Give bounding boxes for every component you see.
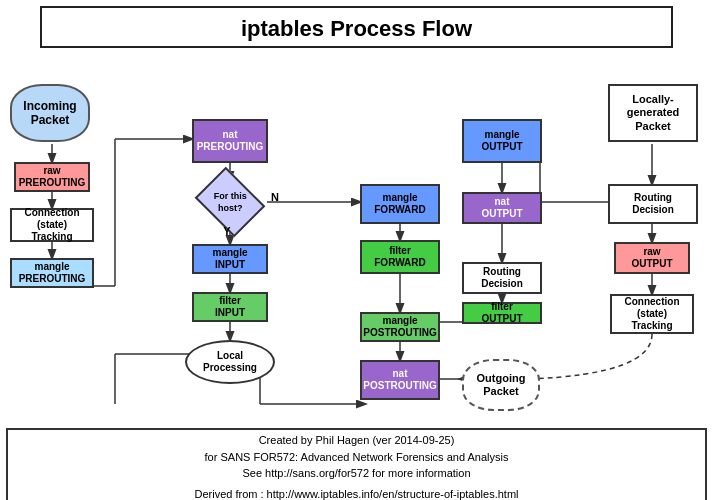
- footer-line3: See http://sans.org/for572 for more info…: [242, 465, 470, 482]
- page-title: iptables Process Flow: [40, 6, 673, 48]
- routing-decision-1-node: Routing Decision: [462, 262, 542, 294]
- filter-output-node: filter OUTPUT: [462, 302, 542, 324]
- n-label: N: [268, 190, 282, 206]
- mangle-output-node: mangle OUTPUT: [462, 119, 542, 163]
- mangle-prerouting-node: mangle PREROUTING: [10, 258, 94, 288]
- footer: Created by Phil Hagen (ver 2014-09-25) f…: [6, 428, 707, 500]
- y-label: Y: [220, 224, 234, 240]
- nat-prerouting-node: nat PREROUTING: [192, 119, 268, 163]
- nat-postrouting-node: nat POSTROUTING: [360, 360, 440, 400]
- raw-output-node: raw OUTPUT: [614, 242, 690, 274]
- local-processing-node: Local Processing: [185, 340, 275, 384]
- locally-generated-node: Locally- generated Packet: [608, 84, 698, 142]
- mangle-forward-node: mangle FORWARD: [360, 184, 440, 224]
- routing-decision-3-node: Routing Decision: [608, 184, 698, 224]
- footer-line2: for SANS FOR572: Advanced Network Forens…: [205, 449, 509, 466]
- mangle-input-node: mangle INPUT: [192, 244, 268, 274]
- filter-input-node: filter INPUT: [192, 292, 268, 322]
- mangle-postrouting-node: mangle POSTROUTING: [360, 312, 440, 342]
- main-container: iptables Process Flow: [0, 6, 713, 500]
- nat-output-node: nat OUTPUT: [462, 192, 542, 224]
- arrows-svg: [0, 54, 713, 426]
- diagram-area: Incoming Packet raw PREROUTING Connectio…: [0, 54, 713, 426]
- filter-forward-node: filter FORWARD: [360, 240, 440, 274]
- outgoing-packet-node: Outgoing Packet: [462, 359, 540, 411]
- incoming-packet-node: Incoming Packet: [10, 84, 90, 142]
- footer-line5: Derived from : http://www.iptables.info/…: [194, 486, 518, 501]
- raw-prerouting-node: raw PREROUTING: [14, 162, 90, 192]
- conn-tracking-1-node: Connection (state) Tracking: [10, 208, 94, 242]
- conn-tracking-2-node: Connection (state) Tracking: [610, 294, 694, 334]
- footer-line1: Created by Phil Hagen (ver 2014-09-25): [259, 432, 455, 449]
